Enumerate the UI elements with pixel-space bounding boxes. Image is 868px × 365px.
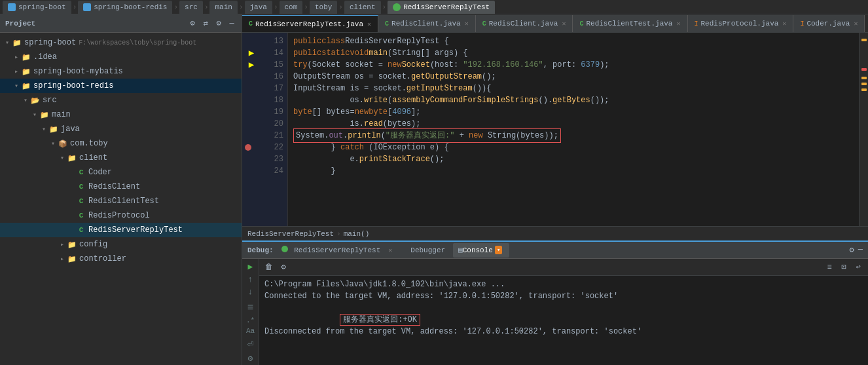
minimize-icon[interactable]: — <box>227 19 236 28</box>
top-tab-java[interactable]: java <box>245 1 272 14</box>
editor-tab-redis-client-1[interactable]: C RedisClient.java ✕ <box>378 15 476 32</box>
gear-icon[interactable]: ⚙ <box>214 19 223 28</box>
top-tab-redis-server-reply-test[interactable]: RedisServerReplyTest <box>388 1 495 14</box>
close-tab-button[interactable]: ✕ <box>465 20 469 28</box>
close-tab-button[interactable]: ✕ <box>782 20 786 28</box>
top-tab-src[interactable]: src <box>179 1 203 14</box>
folder-icon: 📁 <box>48 124 59 134</box>
settings-icon-2[interactable]: ⚙ <box>248 353 253 364</box>
top-tab-com[interactable]: com <box>280 1 303 14</box>
wrap-icon[interactable]: ⏎ <box>247 337 254 351</box>
tree-item-java[interactable]: ▾ 📁 java <box>0 122 242 136</box>
top-tab-main[interactable]: main <box>209 1 237 14</box>
tree-item-label: .idea <box>33 52 57 62</box>
console-tab[interactable]: ▤ Console ▾ <box>453 243 509 258</box>
case-icon[interactable]: Aa <box>246 327 255 335</box>
tree-item-idea[interactable]: ▸ 📁 .idea <box>0 50 242 64</box>
scroll-down-icon[interactable]: ≡ <box>823 261 835 273</box>
tree-item-redis-client[interactable]: C RedisClient <box>0 180 242 194</box>
folder-icon: 📁 <box>67 239 77 250</box>
filter-icon[interactable]: ≡ <box>247 302 254 314</box>
down-arrow-icon[interactable]: ↓ <box>248 287 253 297</box>
scroll-marker-error <box>861 68 867 71</box>
editor-scrollbar[interactable] <box>859 33 868 226</box>
tree-item-mybatis[interactable]: ▸ 📁 spring-boot-mybatis <box>0 64 242 79</box>
tree-item-coder[interactable]: C Coder <box>0 165 242 180</box>
top-tab-label: client <box>350 3 376 11</box>
editor-tab-coder[interactable]: I Coder.java ✕ <box>793 15 865 32</box>
folder-icon: 📁 <box>12 37 22 48</box>
breadcrumb-nav-bar: spring-boot › spring-boot-redis › src › … <box>0 0 868 14</box>
code-line-23: e.printStackTrace(); <box>288 153 859 165</box>
gutter-line <box>242 153 261 165</box>
gutter-line <box>242 118 261 130</box>
breakpoint-line <box>242 142 261 153</box>
console-left-toolbar: ▶ ↑ ↓ ≡ .* Aa ⏎ ⚙ <box>242 259 259 365</box>
close-tab-button[interactable]: ✕ <box>854 20 858 28</box>
editor-tab-redis-server-reply-test[interactable]: C RedisServerReplyTest.java ✕ <box>242 15 378 32</box>
clear-console-button[interactable]: 🗑 <box>263 261 275 273</box>
code-line-13: public class RedisServerReplyTest { <box>288 35 859 47</box>
tree-item-label: spring-boot-redis <box>33 81 113 90</box>
layout-icon[interactable]: ⇄ <box>201 19 210 28</box>
console-line-connected: Connected to the target VM, address: '12… <box>264 290 863 302</box>
regex-icon[interactable]: .* <box>246 317 255 324</box>
editor-tab-redis-client-2[interactable]: C RedisClient.java ✕ <box>476 15 573 32</box>
java-icon: C <box>249 20 253 28</box>
close-tab-button[interactable]: ✕ <box>676 20 680 28</box>
up-arrow-icon[interactable]: ↑ <box>248 275 253 284</box>
tab-label: RedisProtocol.java <box>701 20 779 28</box>
editor-tab-redis-client-test[interactable]: C RedisClientTest.java ✕ <box>573 15 687 32</box>
console-line-output: 服务器真实返回:+OK <box>264 302 863 314</box>
code-content[interactable]: public class RedisServerReplyTest { publ… <box>288 33 859 226</box>
close-panel-icon[interactable]: — <box>858 245 863 255</box>
gutter-line <box>242 71 261 83</box>
folder-icon: 📁 <box>21 52 31 62</box>
console-right-icons: ≡ ⊡ ↩ <box>823 261 864 273</box>
tree-item-client[interactable]: ▾ 📁 client <box>0 151 242 165</box>
tree-item-spring-boot[interactable]: ▾ 📁 spring-boot F:\workspaces\toby\sprin… <box>0 35 242 50</box>
top-tab-client[interactable]: client <box>344 1 381 14</box>
project-sidebar: Project ⚙ ⇄ ⚙ — ▾ 📁 spring-boot F:\works… <box>0 14 242 365</box>
line-number: 16 <box>274 71 283 83</box>
tree-item-redis[interactable]: ▾ 📁 spring-boot-redis <box>0 79 242 93</box>
debug-session-close[interactable]: ✕ <box>388 246 392 254</box>
scroll-marker-warning <box>861 39 867 41</box>
tree-item-label: main <box>52 110 71 119</box>
java-class-icon: C <box>76 182 86 192</box>
expand-arrow: ▸ <box>58 255 67 263</box>
debug-arrow-line-2: ▶ <box>242 59 261 71</box>
debugger-tab[interactable]: Debugger <box>405 243 450 258</box>
top-tab-toby[interactable]: toby <box>310 1 337 14</box>
scroll-marker-warning-3 <box>861 83 867 85</box>
tree-item-redis-server-reply-test[interactable]: C RedisServerReplyTest <box>0 223 242 237</box>
top-tab-spring-boot[interactable]: spring-boot <box>3 1 71 14</box>
tree-item-label: client <box>79 153 107 163</box>
settings-icon[interactable]: ⚙ <box>188 19 197 28</box>
console-settings-btn[interactable]: ⚙ <box>278 261 289 273</box>
top-tab-label: spring-boot <box>18 3 66 11</box>
tree-item-src[interactable]: ▾ 📂 src <box>0 93 242 107</box>
breadcrumb-sep: › <box>204 3 209 11</box>
settings-icon[interactable]: ⚙ <box>850 245 854 255</box>
close-tab-button[interactable]: ✕ <box>367 20 371 28</box>
run-icon[interactable]: ▶ <box>248 261 253 272</box>
soft-wrap-icon[interactable]: ↩ <box>852 261 864 273</box>
tree-item-config[interactable]: ▸ 📁 config <box>0 237 242 252</box>
java-icon: C <box>579 20 583 28</box>
tab-label: RedisClient.java <box>391 20 461 28</box>
folder-icon: 📁 <box>67 153 77 163</box>
editor-tab-redis-protocol[interactable]: I RedisProtocol.java ✕ <box>688 15 794 32</box>
tabs-overflow-indicator[interactable]: » <box>865 24 868 32</box>
tree-item-redis-protocol[interactable]: C RedisProtocol <box>0 208 242 223</box>
line-number: 13 <box>274 35 283 47</box>
src-folder-icon: 📂 <box>30 95 41 106</box>
top-tab-spring-boot-redis[interactable]: spring-boot-redis <box>78 1 172 14</box>
close-tab-button[interactable]: ✕ <box>562 20 566 28</box>
scroll-lock-icon[interactable]: ⊡ <box>838 261 850 273</box>
tree-item-redis-client-test[interactable]: C RedisClientTest <box>0 194 242 208</box>
tree-item-com-toby[interactable]: ▾ 📦 com.toby <box>0 136 242 151</box>
tree-item-main[interactable]: ▾ 📁 main <box>0 107 242 122</box>
folder-icon <box>83 3 91 11</box>
tree-item-controller[interactable]: ▸ 📁 controller <box>0 252 242 266</box>
